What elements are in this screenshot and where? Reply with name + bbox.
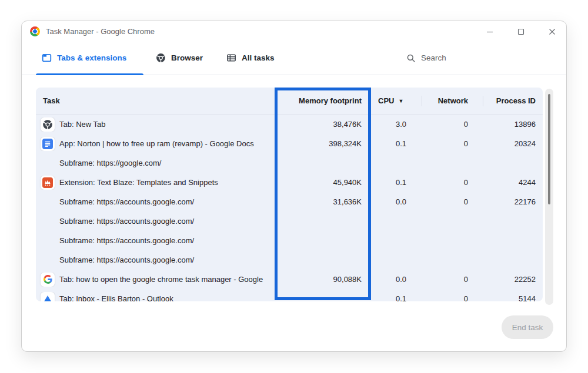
network-cell: 0 <box>422 178 483 187</box>
task-label: Subframe: https://accounts.google.com/ <box>59 197 194 206</box>
memory-cell: 31,636K <box>275 197 371 206</box>
task-grid-icon <box>226 53 236 63</box>
pid-cell: 20324 <box>483 139 543 148</box>
task-label: Subframe: https://google.com/ <box>59 159 161 167</box>
table-row[interactable]: Extension: Text Blaze: Templates and Sni… <box>36 173 543 192</box>
search-input[interactable] <box>421 53 509 62</box>
memory-cell: 90,088K <box>275 275 371 284</box>
close-button[interactable] <box>540 25 564 39</box>
minimize-icon <box>485 27 495 36</box>
task-cell: Subframe: https://accounts.google.com/ <box>36 214 275 228</box>
google-docs-icon <box>41 137 55 151</box>
task-label: App: Norton | how to free up ram (revamp… <box>59 139 254 148</box>
title-bar: Task Manager - Google Chrome <box>22 21 566 41</box>
table-row[interactable]: Subframe: https://accounts.google.com/ 3… <box>36 192 543 211</box>
table-row[interactable]: Subframe: https://accounts.google.com/ <box>36 231 543 250</box>
task-cell: Tab: Inbox - Ellis Barton - Outlook <box>36 292 275 302</box>
textblaze-icon <box>41 176 55 190</box>
task-cell: Subframe: https://accounts.google.com/ <box>36 234 275 248</box>
minimize-button[interactable] <box>478 25 502 39</box>
search-box <box>406 41 509 75</box>
cpu-cell: 0.1 <box>371 139 422 148</box>
column-header-memory-footprint[interactable]: Memory footprint <box>275 96 371 105</box>
task-label: Extension: Text Blaze: Templates and Sni… <box>59 178 218 187</box>
chrome-logo-icon <box>30 26 40 36</box>
active-tab-underline <box>36 73 143 75</box>
task-table: Task Memory footprint CPU ▼ Network Proc… <box>36 88 543 301</box>
task-cell: App: Norton | how to free up ram (revamp… <box>36 137 275 151</box>
task-cell: Tab: New Tab <box>36 117 275 132</box>
cpu-cell: 0.1 <box>371 178 422 187</box>
tab-all-tasks[interactable]: All tasks <box>226 41 275 75</box>
drive-icon <box>41 292 55 302</box>
task-cell: Subframe: https://google.com/ <box>36 156 275 170</box>
column-header-task[interactable]: Task <box>36 96 275 105</box>
end-task-button[interactable]: End task <box>502 315 553 339</box>
pid-cell: 22252 <box>483 275 543 284</box>
search-icon <box>406 53 416 63</box>
table-row[interactable]: Subframe: https://google.com/ <box>36 153 543 173</box>
close-icon <box>547 27 557 36</box>
google-g-icon <box>41 273 55 287</box>
memory-cell: 38,476K <box>275 120 371 129</box>
table-row[interactable]: Tab: New Tab 38,476K 3.0 0 13896 <box>36 115 543 134</box>
task-cell: Extension: Text Blaze: Templates and Sni… <box>36 176 275 190</box>
network-cell: 0 <box>422 275 483 284</box>
table-header: Task Memory footprint CPU ▼ Network Proc… <box>36 88 543 115</box>
network-cell: 0 <box>422 120 483 129</box>
tab-browser[interactable]: Browser <box>156 41 203 75</box>
task-label: Subframe: https://accounts.google.com/ <box>59 217 194 226</box>
task-manager-window: Task Manager - Google Chrome Tabs & exte… <box>21 21 567 352</box>
cpu-cell: 3.0 <box>371 120 422 129</box>
scrollbar-track[interactable] <box>545 89 553 305</box>
scrollbar-thumb[interactable] <box>548 94 550 204</box>
pid-cell: 4244 <box>483 178 543 187</box>
table-row[interactable]: Tab: how to open the google chrome task … <box>36 270 543 289</box>
pid-cell: 5144 <box>483 294 543 301</box>
column-header-process-id[interactable]: Process ID <box>483 96 543 106</box>
table-row[interactable]: Tab: Inbox - Ellis Barton - Outlook 0.1 … <box>36 289 543 301</box>
network-cell: 0 <box>422 139 483 148</box>
network-cell: 0 <box>422 294 483 301</box>
cpu-cell: 0.0 <box>371 197 422 206</box>
pid-cell: 13896 <box>483 120 543 129</box>
cpu-cell: 0.0 <box>371 275 422 284</box>
tab-label: Tabs & extensions <box>57 53 126 62</box>
table-row[interactable]: App: Norton | how to free up ram (revamp… <box>36 134 543 153</box>
chrome-mono-icon <box>41 117 55 132</box>
column-header-cpu[interactable]: CPU ▼ <box>371 96 422 105</box>
maximize-icon <box>516 27 526 36</box>
table-body: Tab: New Tab 38,476K 3.0 0 13896 App: No… <box>36 115 543 301</box>
tab-label: All tasks <box>242 53 275 62</box>
tab-bar: Tabs & extensions Browser All tasks <box>22 41 566 75</box>
tab-icon <box>42 53 52 63</box>
column-header-network[interactable]: Network <box>422 96 483 106</box>
task-label: Subframe: https://accounts.google.com/ <box>59 256 194 264</box>
tab-tabs-and-extensions[interactable]: Tabs & extensions <box>42 41 126 75</box>
task-label: Tab: New Tab <box>59 120 106 129</box>
memory-cell: 45,940K <box>275 178 371 187</box>
network-cell: 0 <box>422 197 483 206</box>
table-row[interactable]: Subframe: https://accounts.google.com/ <box>36 250 543 270</box>
maximize-button[interactable] <box>509 25 533 39</box>
tab-label: Browser <box>171 53 203 62</box>
table-row[interactable]: Subframe: https://accounts.google.com/ <box>36 211 543 231</box>
sort-descending-icon: ▼ <box>398 98 403 104</box>
memory-cell: 398,324K <box>275 139 371 148</box>
task-label: Tab: how to open the google chrome task … <box>59 275 263 284</box>
cpu-cell: 0.1 <box>371 294 422 301</box>
window-title: Task Manager - Google Chrome <box>46 27 155 36</box>
pid-cell: 22176 <box>483 197 543 206</box>
task-cell: Subframe: https://accounts.google.com/ <box>36 253 275 267</box>
task-label: Tab: Inbox - Ellis Barton - Outlook <box>59 294 173 301</box>
chrome-mono-icon <box>156 53 166 63</box>
task-cell: Subframe: https://accounts.google.com/ <box>36 195 275 209</box>
task-label: Subframe: https://accounts.google.com/ <box>59 236 194 245</box>
task-cell: Tab: how to open the google chrome task … <box>36 273 275 287</box>
